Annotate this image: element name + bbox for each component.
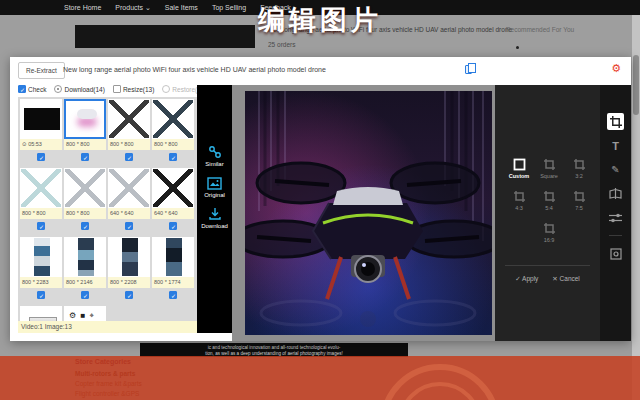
aspect-option-custom[interactable]: Custom	[508, 157, 530, 179]
resize-filter[interactable]: Resize(13)	[113, 85, 154, 93]
thumbnail-checkbox[interactable]	[81, 153, 89, 161]
aspect-option-square[interactable]: Square	[538, 157, 560, 179]
resize-checkbox[interactable]	[113, 85, 121, 93]
thumbnail-item[interactable]: 800 * 800	[64, 168, 106, 233]
thumbnail-image-xray[interactable]	[20, 168, 62, 208]
thumbnail-size-label: 800 * 2146	[64, 277, 106, 288]
download-filter-label: Download(14)	[64, 86, 104, 93]
download-radio[interactable]	[54, 85, 62, 93]
thumbnail-size-label: 800 * 800	[152, 139, 194, 150]
filter-row: Check Download(14) Resize(13) Restore(0)	[18, 85, 203, 93]
thumbnail-checkbox[interactable]	[81, 222, 89, 230]
aspect-option-3-2[interactable]: 3:2	[568, 157, 590, 179]
promo-banner: ic and technological innovation and all-…	[140, 343, 408, 357]
aspect-label: Custom	[509, 173, 529, 179]
thumbnail-item[interactable]: 640 * 640	[152, 168, 194, 233]
thumbnail-image-white1[interactable]	[108, 99, 150, 139]
aspect-option-4-3[interactable]: 4:3	[508, 189, 530, 211]
toolbar-divider	[609, 235, 622, 236]
thumbnail-item[interactable]: ⊙ 05:53	[20, 99, 62, 164]
thumbnail-checkbox[interactable]	[37, 222, 45, 230]
edit-toolbar: T✎	[600, 85, 631, 341]
aspect-option-5-4[interactable]: 5:4	[538, 189, 560, 211]
draw-tool-icon[interactable]: ✎	[607, 161, 624, 178]
page-scrollbar[interactable]	[632, 15, 640, 400]
thumbnail-size-label: 640 * 640	[108, 208, 150, 219]
divider	[505, 265, 590, 266]
crop-ratio-icon	[513, 189, 526, 202]
similar-icon	[207, 145, 223, 159]
thumbnail-image-tall3[interactable]	[108, 237, 150, 277]
scrollbar-thumb[interactable]	[633, 55, 639, 115]
crop-actions: ✓ Apply ✕ Cancel	[495, 275, 600, 283]
thumbnail-item[interactable]: 800 * 2208	[108, 237, 150, 302]
thumbnail-item[interactable]: 800 * 800	[152, 99, 194, 164]
adjust-tool-icon[interactable]	[607, 209, 624, 226]
thumbnail-checkbox[interactable]	[81, 291, 89, 299]
thumbnail-checkbox[interactable]	[169, 222, 177, 230]
original-label: Original	[204, 192, 225, 198]
thumbnail-image-black[interactable]	[152, 168, 194, 208]
thumbnail-checkbox[interactable]	[37, 291, 45, 299]
modal-header: Re-Extract New long range aerial photo W…	[10, 57, 631, 84]
similar-label: Similar	[205, 161, 223, 167]
text-tool-icon[interactable]: T	[607, 137, 624, 154]
thumbnail-item[interactable]: 800 * 1774	[152, 237, 194, 302]
re-extract-button[interactable]: Re-Extract	[18, 62, 65, 79]
aspect-label: 7:5	[575, 205, 583, 211]
thumbnail-image-line[interactable]	[64, 168, 106, 208]
apply-button[interactable]: ✓ Apply	[515, 275, 538, 283]
aspect-label: Square	[540, 173, 558, 179]
aspect-label: 4:3	[515, 205, 523, 211]
thumbnail-image-purple[interactable]	[64, 99, 106, 139]
cancel-button[interactable]: ✕ Cancel	[552, 275, 580, 283]
frame-tool-icon[interactable]	[607, 245, 624, 262]
thumbnail-image-video[interactable]	[20, 99, 62, 139]
aspect-option-16-9[interactable]: 16:9	[538, 221, 560, 243]
thumbnail-checkbox[interactable]	[169, 153, 177, 161]
original-button[interactable]: Original	[204, 176, 225, 198]
thumbnail-item[interactable]: 800 * 800	[64, 99, 106, 164]
crop-tool-icon[interactable]	[607, 113, 624, 130]
check-all-checkbox[interactable]	[18, 85, 26, 93]
media-count-status: Video:1 Image:13	[18, 321, 197, 333]
mirror-tool-icon[interactable]	[607, 185, 624, 202]
thumbnail-image-tall2[interactable]	[64, 237, 106, 277]
download-label: Download	[201, 223, 228, 229]
download-button[interactable]: Download	[201, 207, 228, 229]
thumbnail-checkbox[interactable]	[125, 222, 133, 230]
thumbnail-checkbox[interactable]	[169, 291, 177, 299]
copy-title-icon[interactable]	[465, 65, 472, 74]
download-icon	[207, 207, 223, 221]
download-filter[interactable]: Download(14)	[54, 85, 104, 93]
crop-ratio-icon	[513, 157, 526, 170]
resize-filter-label: Resize(13)	[123, 86, 154, 93]
thumbnail-size-label: 800 * 800	[20, 208, 62, 219]
thumbnail-image-line[interactable]	[108, 168, 150, 208]
thumbnail-item[interactable]: 800 * 800	[108, 99, 150, 164]
thumbnail-checkbox[interactable]	[37, 153, 45, 161]
aspect-option-7-5[interactable]: 7:5	[568, 189, 590, 211]
thumbnail-item[interactable]: 800 * 2283	[20, 237, 62, 302]
thumbnail-image-tall4[interactable]	[152, 237, 194, 277]
edit-image-caption: 编辑图片	[0, 2, 640, 38]
thumbnail-checkbox[interactable]	[125, 291, 133, 299]
thumbnail-item[interactable]: 800 * 800	[20, 168, 62, 233]
settings-gear-icon[interactable]: ⚙	[611, 63, 621, 74]
thumbnail-item[interactable]: 640 * 640	[108, 168, 150, 233]
aspect-label: 3:2	[575, 173, 583, 179]
crop-ratio-icon	[543, 221, 556, 234]
restore-radio[interactable]	[162, 85, 170, 93]
check-all-toggle[interactable]: Check	[18, 85, 46, 93]
thumbnail-grid: ⊙ 05:53800 * 800800 * 800800 * 800800 * …	[18, 97, 197, 333]
thumbnail-image-tall1[interactable]	[20, 237, 62, 277]
check-all-label: Check	[28, 86, 46, 93]
original-icon	[207, 176, 223, 190]
similar-button[interactable]: Similar	[205, 145, 223, 167]
thumbnail-item[interactable]: 800 * 2146	[64, 237, 106, 302]
thumbnail-checkbox[interactable]	[125, 153, 133, 161]
drone-preview-image[interactable]	[245, 91, 492, 335]
thumbnail-image-photo[interactable]	[152, 99, 194, 139]
aspect-label: 5:4	[545, 205, 553, 211]
aspect-ratio-grid: CustomSquare3:24:35:47:516:9	[503, 157, 595, 243]
